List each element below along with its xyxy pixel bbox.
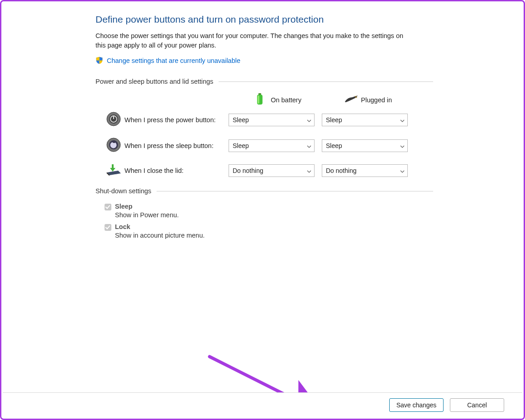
select-power-plugged[interactable]: Sleep [322, 114, 408, 126]
chevron-down-icon [307, 142, 311, 149]
checkbox-sleep-desc: Show in Power menu. [105, 211, 433, 219]
svg-rect-4 [355, 97, 357, 98]
checkbox-lock: Lock [105, 223, 433, 231]
checkbox-icon [105, 204, 111, 210]
select-power-battery[interactable]: Sleep [229, 114, 315, 126]
bottom-action-bar: Save changes Cancel [3, 392, 522, 417]
select-sleep-plugged[interactable]: Sleep [322, 139, 408, 152]
row-power-button: When I press the power button: Sleep Sle… [103, 112, 433, 128]
checkbox-sleep: Sleep [105, 203, 433, 210]
row-power-button-label: When I press the power button: [124, 116, 229, 124]
checkbox-lock-label: Lock [115, 223, 130, 230]
divider [219, 81, 433, 82]
col-plugged: Plugged in [344, 95, 433, 105]
select-value: Do nothing [233, 167, 263, 174]
cancel-button[interactable]: Cancel [450, 398, 504, 412]
shutdown-settings-group: Shut-down settings Sleep Show in Power m… [95, 187, 433, 239]
row-close-lid-label: When I close the lid: [124, 167, 229, 174]
checkbox-sleep-label: Sleep [115, 203, 133, 210]
chevron-down-icon [307, 116, 311, 124]
page-description: Choose the power settings that you want … [95, 31, 412, 50]
select-lid-plugged[interactable]: Do nothing [322, 164, 408, 177]
uac-shield-icon [95, 57, 103, 64]
power-group-label: Power and sleep buttons and lid settings [95, 78, 213, 85]
sleep-button-icon [106, 138, 121, 153]
select-value: Sleep [326, 116, 342, 124]
battery-icon [253, 93, 266, 106]
select-value: Sleep [233, 142, 249, 149]
row-sleep-button: When I press the sleep button: Sleep Sle… [103, 138, 433, 153]
chevron-down-icon [400, 142, 405, 149]
shutdown-group-label: Shut-down settings [95, 187, 151, 195]
checkbox-lock-desc: Show in account picture menu. [105, 232, 433, 239]
save-changes-button[interactable]: Save changes [389, 398, 444, 412]
select-lid-battery[interactable]: Do nothing [229, 164, 315, 177]
power-settings-group: Power and sleep buttons and lid settings [95, 78, 433, 177]
checkbox-icon [105, 224, 111, 231]
svg-rect-8 [113, 115, 114, 119]
svg-rect-3 [355, 96, 357, 96]
row-sleep-button-label: When I press the sleep button: [124, 142, 229, 149]
chevron-down-icon [400, 167, 405, 174]
page-title: Define power buttons and turn on passwor… [95, 14, 433, 25]
admin-link-row: Change settings that are currently unava… [95, 57, 433, 64]
col-battery-label: On battery [271, 96, 301, 104]
svg-rect-2 [258, 95, 259, 104]
chevron-down-icon [400, 116, 405, 124]
select-value: Sleep [233, 116, 249, 124]
chevron-down-icon [307, 167, 311, 174]
select-value: Sleep [326, 142, 342, 149]
col-plugged-label: Plugged in [361, 96, 392, 104]
power-button-icon [106, 112, 121, 128]
row-close-lid: When I close the lid: Do nothing Do noth… [103, 163, 433, 177]
svg-rect-0 [258, 93, 261, 95]
select-value: Do nothing [326, 167, 357, 174]
close-lid-icon [105, 163, 122, 177]
change-unavailable-settings-link[interactable]: Change settings that are currently unava… [107, 57, 240, 64]
columns-header: On battery Plugged in [103, 93, 433, 106]
col-battery: On battery [253, 93, 343, 106]
select-sleep-battery[interactable]: Sleep [229, 139, 315, 152]
plug-icon [344, 95, 357, 105]
divider [157, 191, 433, 191]
